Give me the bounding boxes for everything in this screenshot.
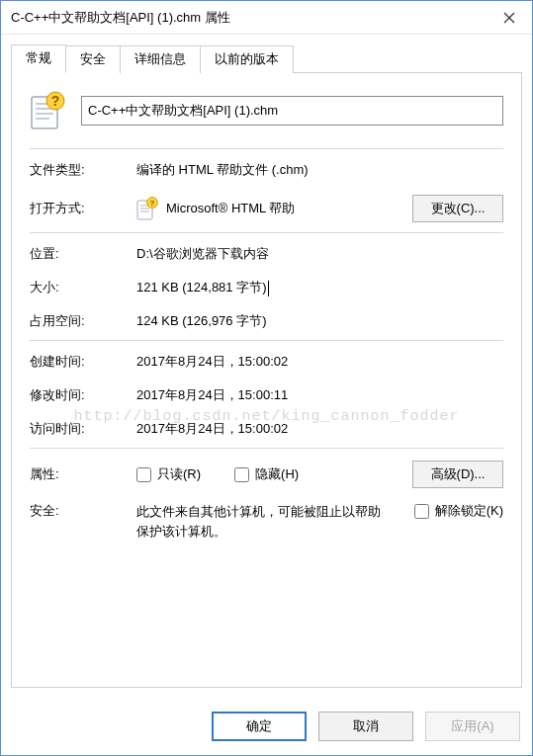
change-button-label: 更改(C)... [431,201,486,215]
advanced-button-label: 高级(D)... [431,466,486,481]
tab-security[interactable]: 安全 [65,45,121,73]
apply-button-label: 应用(A) [451,718,493,733]
tab-previous-versions[interactable]: 以前的版本 [200,45,294,73]
client-area: 常规 安全 详细信息 以前的版本 ? [1,35,532,698]
tab-general-label: 常规 [26,50,51,65]
button-bar: 确定 取消 应用(A) [1,698,532,755]
hidden-label: 隐藏(H) [255,465,299,483]
tabstrip: 常规 安全 详细信息 以前的版本 [11,44,522,72]
window-title: C-C++中文帮助文档[API] (1).chm 属性 [11,9,487,27]
attributes-row: 属性: 只读(R) 隐藏(H) 高级(D)... [30,461,503,488]
readonly-checkbox[interactable]: 只读(R) [136,465,201,483]
tab-security-label: 安全 [80,51,106,66]
change-button[interactable]: 更改(C)... [412,195,503,222]
info-grid-1: 文件类型: 编译的 HTML 帮助文件 (.chm) 打开方式: ? [30,161,503,222]
openwith-label: 打开方式: [30,200,129,217]
tab-details[interactable]: 详细信息 [120,45,201,73]
size-value: 121 KB (124,881 字节) [136,279,503,296]
apply-button[interactable]: 应用(A) [425,712,520,741]
created-label: 创建时间: [30,353,129,371]
openwith-cell: ? Microsoft® HTML 帮助 [136,197,404,220]
tab-details-label: 详细信息 [134,51,186,66]
security-label: 安全: [30,502,129,520]
info-grid-2: 位置: D:\谷歌浏览器下载内容 大小: 121 KB (124,881 字节)… [30,245,503,330]
ok-button[interactable]: 确定 [212,712,307,741]
text-caret [268,281,269,296]
accessed-value: 2017年8月24日，15:00:02 [136,420,503,438]
unblock-input[interactable] [414,504,429,519]
openwith-value: Microsoft® HTML 帮助 [166,200,295,217]
advanced-button[interactable]: 高级(D)... [412,461,503,488]
info-grid-3: 创建时间: 2017年8月24日，15:00:02 修改时间: 2017年8月2… [30,353,503,438]
modified-value: 2017年8月24日，15:00:11 [136,386,503,404]
attributes-label: 属性: [30,465,129,483]
ok-button-label: 确定 [246,718,272,733]
location-value: D:\谷歌浏览器下载内容 [136,245,503,263]
hidden-input[interactable] [234,467,249,482]
cancel-button[interactable]: 取消 [318,712,413,741]
filetype-label: 文件类型: [30,161,129,179]
titlebar: C-C++中文帮助文档[API] (1).chm 属性 [1,1,532,35]
readonly-input[interactable] [136,467,151,482]
location-label: 位置: [30,245,129,263]
filetype-value: 编译的 HTML 帮助文件 (.chm) [136,161,503,179]
separator [30,232,503,233]
separator [30,340,503,341]
size-label: 大小: [30,279,129,296]
filename-input[interactable] [81,96,503,126]
close-icon [503,12,515,24]
attributes-checks: 只读(R) 隐藏(H) [136,465,404,483]
separator [30,148,503,149]
svg-text:?: ? [51,93,60,109]
security-text: 此文件来自其他计算机，可能被阻止以帮助保护该计算机。 [136,502,384,541]
chm-help-icon: ? [136,197,158,220]
modified-label: 修改时间: [30,386,129,404]
created-value: 2017年8月24日，15:00:02 [136,353,503,371]
file-header: ? [30,91,503,130]
security-row: 安全: 此文件来自其他计算机，可能被阻止以帮助保护该计算机。 解除锁定(K) [30,502,503,541]
unblock-checkbox[interactable]: 解除锁定(K) [414,502,503,520]
sizeondisk-label: 占用空间: [30,312,129,330]
unblock-label: 解除锁定(K) [435,502,503,520]
tab-panel-general: ? 文件类型: 编译的 HTML 帮助文件 (.chm) 打开方式: [11,72,522,688]
cancel-button-label: 取消 [353,718,379,733]
chm-help-icon: ? [30,91,65,130]
properties-dialog: C-C++中文帮助文档[API] (1).chm 属性 常规 安全 详细信息 以… [0,0,533,756]
svg-text:?: ? [150,199,155,208]
tab-previous-versions-label: 以前的版本 [215,51,279,66]
close-button[interactable] [487,2,532,34]
tab-general[interactable]: 常规 [11,44,66,73]
hidden-checkbox[interactable]: 隐藏(H) [234,465,299,483]
readonly-label: 只读(R) [157,465,201,483]
separator [30,448,503,449]
sizeondisk-value: 124 KB (126,976 字节) [136,312,503,330]
accessed-label: 访问时间: [30,420,129,438]
